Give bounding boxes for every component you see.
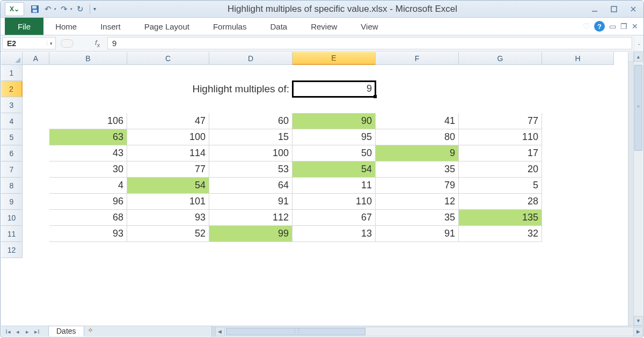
ribbon-tab-view[interactable]: View (349, 18, 390, 35)
cell-A8[interactable] (23, 178, 49, 194)
cell-F3[interactable] (376, 97, 459, 113)
undo-dropdown[interactable]: ▾ (54, 7, 56, 11)
cell-A2[interactable] (23, 81, 49, 97)
cell-E9[interactable]: 110 (292, 194, 376, 210)
formula-input[interactable]: 9 (107, 37, 632, 49)
cell-G11[interactable]: 32 (459, 226, 542, 242)
row-header-11[interactable]: 11 (1, 226, 23, 242)
cell-D12[interactable] (209, 242, 292, 258)
ribbon-minimize-chevron[interactable]: ♡ (583, 21, 590, 31)
cell-F7[interactable]: 35 (376, 161, 459, 178)
cell-B12[interactable] (49, 242, 127, 258)
cell-G12[interactable] (459, 242, 542, 258)
cell-D11[interactable]: 99 (209, 226, 292, 242)
redo-dropdown[interactable]: ▾ (70, 7, 72, 11)
horizontal-scroll-track[interactable] (225, 327, 633, 336)
cell-H9[interactable] (542, 194, 614, 210)
cell-A5[interactable] (23, 129, 49, 145)
scroll-left-button[interactable]: ◀ (215, 327, 225, 336)
cell-G10[interactable]: 135 (459, 210, 542, 226)
sheet-nav-prev[interactable]: ◂ (13, 327, 23, 336)
cell-H1[interactable] (542, 65, 614, 81)
cell-A10[interactable] (23, 210, 49, 226)
vertical-scroll-thumb[interactable] (634, 65, 642, 151)
cell-B3[interactable] (49, 97, 127, 113)
row-header-10[interactable]: 10 (1, 210, 23, 226)
ribbon-tab-formulas[interactable]: Formulas (201, 18, 259, 35)
sheet-nav-first[interactable]: I◂ (3, 327, 13, 336)
cell-C12[interactable] (127, 242, 209, 258)
fx-icon[interactable]: fx (95, 39, 100, 48)
row-header-4[interactable]: 4 (1, 113, 23, 129)
cell-C3[interactable] (127, 97, 209, 113)
cell-B11[interactable]: 93 (49, 226, 127, 242)
cell-C1[interactable] (127, 65, 209, 81)
column-header-C[interactable]: C (127, 52, 209, 65)
workbook-close-button[interactable]: ✕ (632, 22, 638, 31)
cell-D1[interactable] (209, 65, 292, 81)
cell-G7[interactable]: 20 (459, 161, 542, 178)
row-header-8[interactable]: 8 (1, 178, 23, 194)
cell-D7[interactable]: 53 (209, 161, 292, 178)
column-header-B[interactable]: B (49, 52, 127, 65)
cell-E12[interactable] (292, 242, 376, 258)
cell-H3[interactable] (542, 97, 614, 113)
name-box[interactable]: E2 ▾ (2, 37, 56, 49)
column-header-F[interactable]: F (376, 52, 459, 65)
cell-G4[interactable]: 77 (459, 113, 542, 129)
cell-F5[interactable]: 80 (376, 129, 459, 145)
cell-D8[interactable]: 64 (209, 178, 292, 194)
cell-E7[interactable]: 54 (292, 161, 376, 178)
cell-E10[interactable]: 67 (292, 210, 376, 226)
formula-expand[interactable]: ⌄ (634, 35, 643, 51)
cell-F4[interactable]: 41 (376, 113, 459, 129)
cell-C11[interactable]: 52 (127, 226, 209, 242)
cell-D6[interactable]: 100 (209, 145, 292, 161)
cell-B10[interactable]: 68 (49, 210, 127, 226)
cell-A1[interactable] (23, 65, 49, 81)
cell-F12[interactable] (376, 242, 459, 258)
cell-D3[interactable] (209, 97, 292, 113)
cell-D10[interactable]: 112 (209, 210, 292, 226)
horizontal-scroll-thumb[interactable] (226, 328, 365, 335)
cell-C9[interactable]: 101 (127, 194, 209, 210)
cell-E4[interactable]: 90 (292, 113, 376, 129)
cell-A3[interactable] (23, 97, 49, 113)
cell-G8[interactable]: 5 (459, 178, 542, 194)
minimize-button[interactable] (589, 4, 601, 14)
cell-F9[interactable]: 12 (376, 194, 459, 210)
redo-button[interactable]: ↷ (58, 4, 69, 14)
ribbon-tab-page-layout[interactable]: Page Layout (133, 18, 201, 35)
cell-H8[interactable] (542, 178, 614, 194)
ribbon-tab-home[interactable]: Home (43, 18, 89, 35)
cell-F1[interactable] (376, 65, 459, 81)
cell-H4[interactable] (542, 113, 614, 129)
sheet-nav-last[interactable]: ▸I (32, 327, 42, 336)
row-header-5[interactable]: 5 (1, 129, 23, 145)
cell-D4[interactable]: 60 (209, 113, 292, 129)
cell-B1[interactable] (49, 65, 127, 81)
cell-H6[interactable] (542, 145, 614, 161)
name-box-dropdown[interactable]: ▾ (47, 41, 55, 46)
repeat-button[interactable]: ↻ (75, 4, 85, 14)
cell-F11[interactable]: 91 (376, 226, 459, 242)
cell-A4[interactable] (23, 113, 49, 129)
cell-A6[interactable] (23, 145, 49, 161)
cell-C5[interactable]: 100 (127, 129, 209, 145)
row-header-7[interactable]: 7 (1, 161, 23, 178)
cells-grid[interactable]: Highlight multiples of:91064760904177631… (23, 65, 628, 326)
column-header-H[interactable]: H (542, 52, 614, 65)
row-header-1[interactable]: 1 (1, 65, 23, 81)
cell-D9[interactable]: 91 (209, 194, 292, 210)
cell-G6[interactable]: 17 (459, 145, 542, 161)
undo-button[interactable]: ↶ (42, 4, 53, 14)
sheet-nav-next[interactable]: ▸ (23, 327, 32, 336)
maximize-button[interactable] (608, 4, 620, 14)
cell-A11[interactable] (23, 226, 49, 242)
ribbon-tab-review[interactable]: Review (299, 18, 349, 35)
cell-H5[interactable] (542, 129, 614, 145)
new-sheet-button[interactable]: ✧ (87, 326, 93, 337)
cell-E3[interactable] (292, 97, 376, 113)
column-header-E[interactable]: E (292, 52, 376, 65)
row-header-2[interactable]: 2 (1, 81, 23, 97)
